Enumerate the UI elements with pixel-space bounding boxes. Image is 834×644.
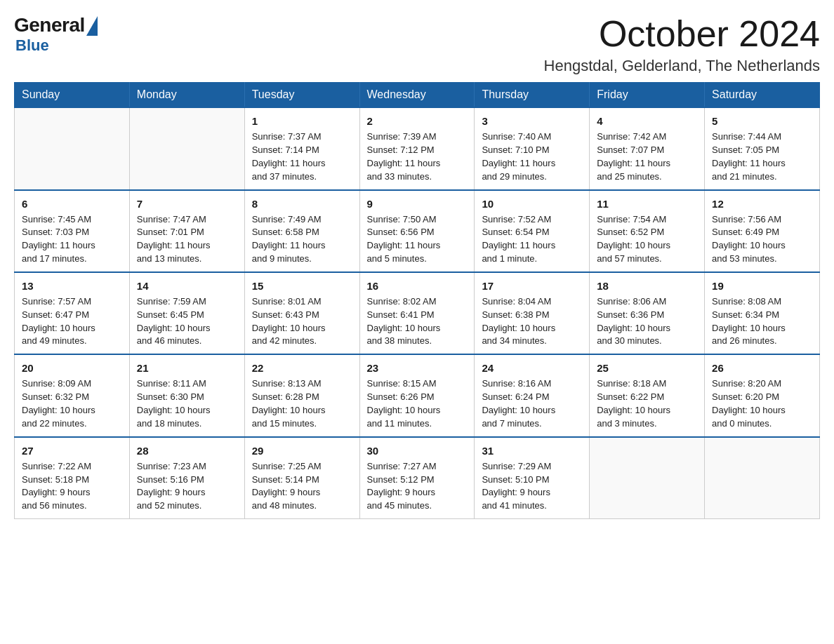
day-info: Sunrise: 7:29 AM Sunset: 5:10 PM Dayligh…	[482, 460, 582, 513]
calendar-cell: 28Sunrise: 7:23 AM Sunset: 5:16 PM Dayli…	[129, 437, 244, 519]
calendar-cell: 19Sunrise: 8:08 AM Sunset: 6:34 PM Dayli…	[705, 272, 820, 354]
day-number: 19	[712, 279, 812, 293]
day-number: 26	[712, 361, 812, 375]
calendar-cell: 30Sunrise: 7:27 AM Sunset: 5:12 PM Dayli…	[359, 437, 475, 519]
day-number: 18	[597, 279, 697, 293]
calendar-cell: 24Sunrise: 8:16 AM Sunset: 6:24 PM Dayli…	[475, 354, 590, 436]
logo-blue-text: Blue	[15, 36, 49, 55]
day-info: Sunrise: 7:49 AM Sunset: 6:58 PM Dayligh…	[252, 213, 352, 266]
calendar-cell: 11Sunrise: 7:54 AM Sunset: 6:52 PM Dayli…	[590, 190, 705, 272]
day-number: 5	[712, 114, 812, 128]
calendar-cell: 27Sunrise: 7:22 AM Sunset: 5:18 PM Dayli…	[15, 437, 130, 519]
day-info: Sunrise: 7:45 AM Sunset: 7:03 PM Dayligh…	[22, 213, 122, 266]
day-number: 15	[252, 279, 352, 293]
calendar-header-thursday: Thursday	[475, 83, 590, 108]
day-info: Sunrise: 8:13 AM Sunset: 6:28 PM Dayligh…	[252, 377, 352, 430]
day-number: 13	[22, 279, 122, 293]
day-info: Sunrise: 8:15 AM Sunset: 6:26 PM Dayligh…	[367, 377, 468, 430]
day-info: Sunrise: 7:52 AM Sunset: 6:54 PM Dayligh…	[482, 213, 582, 266]
calendar-cell: 13Sunrise: 7:57 AM Sunset: 6:47 PM Dayli…	[15, 272, 130, 354]
calendar-cell	[129, 107, 244, 189]
day-number: 2	[367, 114, 468, 128]
calendar-cell: 4Sunrise: 7:42 AM Sunset: 7:07 PM Daylig…	[590, 107, 705, 189]
day-number: 25	[597, 361, 697, 375]
calendar-cell: 14Sunrise: 7:59 AM Sunset: 6:45 PM Dayli…	[129, 272, 244, 354]
calendar-header-tuesday: Tuesday	[244, 83, 359, 108]
day-number: 29	[252, 443, 352, 458]
day-info: Sunrise: 8:18 AM Sunset: 6:22 PM Dayligh…	[597, 377, 697, 430]
day-info: Sunrise: 8:01 AM Sunset: 6:43 PM Dayligh…	[252, 295, 352, 348]
day-info: Sunrise: 7:40 AM Sunset: 7:10 PM Dayligh…	[482, 130, 582, 183]
day-info: Sunrise: 7:42 AM Sunset: 7:07 PM Dayligh…	[597, 130, 697, 183]
day-number: 3	[482, 114, 582, 128]
calendar-cell: 9Sunrise: 7:50 AM Sunset: 6:56 PM Daylig…	[359, 190, 475, 272]
calendar-cell: 18Sunrise: 8:06 AM Sunset: 6:36 PM Dayli…	[590, 272, 705, 354]
day-number: 21	[137, 361, 237, 375]
calendar-cell: 15Sunrise: 8:01 AM Sunset: 6:43 PM Dayli…	[244, 272, 359, 354]
calendar-cell: 12Sunrise: 7:56 AM Sunset: 6:49 PM Dayli…	[705, 190, 820, 272]
day-number: 6	[22, 196, 122, 211]
day-info: Sunrise: 7:25 AM Sunset: 5:14 PM Dayligh…	[252, 460, 352, 513]
day-number: 9	[367, 196, 468, 211]
calendar-week-row: 13Sunrise: 7:57 AM Sunset: 6:47 PM Dayli…	[15, 272, 820, 354]
day-info: Sunrise: 7:22 AM Sunset: 5:18 PM Dayligh…	[22, 460, 122, 513]
calendar-cell: 21Sunrise: 8:11 AM Sunset: 6:30 PM Dayli…	[129, 354, 244, 436]
day-info: Sunrise: 8:20 AM Sunset: 6:20 PM Dayligh…	[712, 377, 812, 430]
calendar-cell: 6Sunrise: 7:45 AM Sunset: 7:03 PM Daylig…	[15, 190, 130, 272]
calendar-cell: 5Sunrise: 7:44 AM Sunset: 7:05 PM Daylig…	[705, 107, 820, 189]
logo-general-text: General	[14, 14, 85, 36]
calendar-cell: 23Sunrise: 8:15 AM Sunset: 6:26 PM Dayli…	[359, 354, 475, 436]
calendar-cell: 10Sunrise: 7:52 AM Sunset: 6:54 PM Dayli…	[475, 190, 590, 272]
day-info: Sunrise: 8:08 AM Sunset: 6:34 PM Dayligh…	[712, 295, 812, 348]
calendar-cell: 29Sunrise: 7:25 AM Sunset: 5:14 PM Dayli…	[244, 437, 359, 519]
day-number: 16	[367, 279, 468, 293]
day-info: Sunrise: 7:56 AM Sunset: 6:49 PM Dayligh…	[712, 213, 812, 266]
page-header: General Blue October 2024 Hengstdal, Gel…	[14, 14, 820, 75]
day-info: Sunrise: 7:54 AM Sunset: 6:52 PM Dayligh…	[597, 213, 697, 266]
day-number: 17	[482, 279, 582, 293]
calendar-week-row: 20Sunrise: 8:09 AM Sunset: 6:32 PM Dayli…	[15, 354, 820, 436]
calendar-cell: 22Sunrise: 8:13 AM Sunset: 6:28 PM Dayli…	[244, 354, 359, 436]
calendar-week-row: 6Sunrise: 7:45 AM Sunset: 7:03 PM Daylig…	[15, 190, 820, 272]
calendar-cell: 31Sunrise: 7:29 AM Sunset: 5:10 PM Dayli…	[475, 437, 590, 519]
calendar-header-sunday: Sunday	[15, 83, 130, 108]
calendar-week-row: 27Sunrise: 7:22 AM Sunset: 5:18 PM Dayli…	[15, 437, 820, 519]
day-number: 4	[597, 114, 697, 128]
day-info: Sunrise: 8:09 AM Sunset: 6:32 PM Dayligh…	[22, 377, 122, 430]
day-info: Sunrise: 7:50 AM Sunset: 6:56 PM Dayligh…	[367, 213, 468, 266]
day-info: Sunrise: 7:47 AM Sunset: 7:01 PM Dayligh…	[137, 213, 237, 266]
day-number: 7	[137, 196, 237, 211]
calendar-cell: 7Sunrise: 7:47 AM Sunset: 7:01 PM Daylig…	[129, 190, 244, 272]
page-title: October 2024	[544, 14, 820, 54]
calendar-cell: 17Sunrise: 8:04 AM Sunset: 6:38 PM Dayli…	[475, 272, 590, 354]
logo: General Blue	[14, 14, 98, 55]
day-info: Sunrise: 7:59 AM Sunset: 6:45 PM Dayligh…	[137, 295, 237, 348]
day-number: 23	[367, 361, 468, 375]
day-info: Sunrise: 7:23 AM Sunset: 5:16 PM Dayligh…	[137, 460, 237, 513]
calendar-cell	[590, 437, 705, 519]
day-info: Sunrise: 8:02 AM Sunset: 6:41 PM Dayligh…	[367, 295, 468, 348]
calendar-cell: 8Sunrise: 7:49 AM Sunset: 6:58 PM Daylig…	[244, 190, 359, 272]
logo-triangle-icon	[86, 16, 98, 36]
calendar-week-row: 1Sunrise: 7:37 AM Sunset: 7:14 PM Daylig…	[15, 107, 820, 189]
day-number: 20	[22, 361, 122, 375]
calendar-cell: 25Sunrise: 8:18 AM Sunset: 6:22 PM Dayli…	[590, 354, 705, 436]
day-number: 11	[597, 196, 697, 211]
calendar-header-friday: Friday	[590, 83, 705, 108]
calendar-header-saturday: Saturday	[705, 83, 820, 108]
calendar-header-row: SundayMondayTuesdayWednesdayThursdayFrid…	[15, 83, 820, 108]
calendar-cell	[705, 437, 820, 519]
calendar-header-wednesday: Wednesday	[359, 83, 475, 108]
day-number: 12	[712, 196, 812, 211]
day-number: 24	[482, 361, 582, 375]
calendar-cell: 1Sunrise: 7:37 AM Sunset: 7:14 PM Daylig…	[244, 107, 359, 189]
day-number: 31	[482, 443, 582, 458]
calendar-header-monday: Monday	[129, 83, 244, 108]
day-info: Sunrise: 7:37 AM Sunset: 7:14 PM Dayligh…	[252, 130, 352, 183]
page-subtitle: Hengstdal, Gelderland, The Netherlands	[544, 57, 820, 75]
calendar-cell: 16Sunrise: 8:02 AM Sunset: 6:41 PM Dayli…	[359, 272, 475, 354]
day-info: Sunrise: 7:57 AM Sunset: 6:47 PM Dayligh…	[22, 295, 122, 348]
calendar-cell: 20Sunrise: 8:09 AM Sunset: 6:32 PM Dayli…	[15, 354, 130, 436]
day-info: Sunrise: 8:11 AM Sunset: 6:30 PM Dayligh…	[137, 377, 237, 430]
day-number: 30	[367, 443, 468, 458]
